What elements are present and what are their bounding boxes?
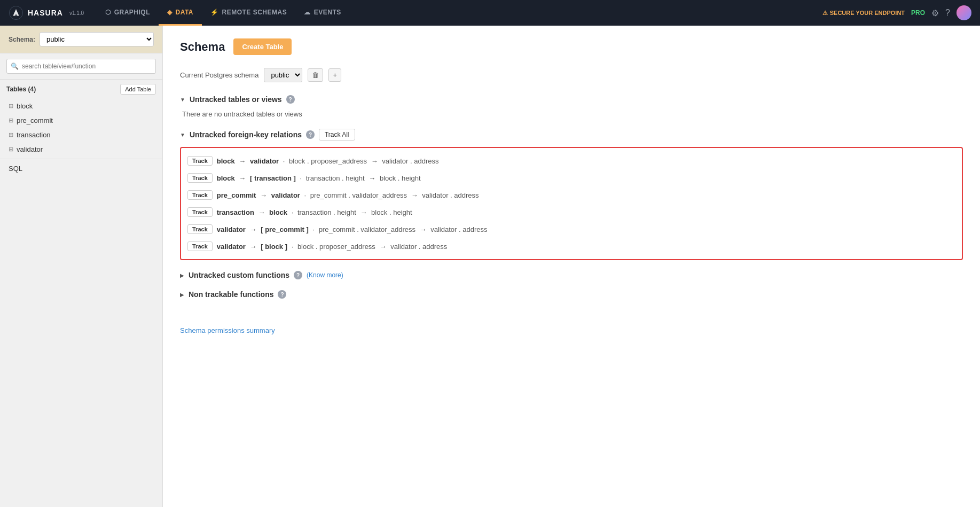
untracked-fk-header: Untracked foreign-key relations ? Track … (180, 129, 963, 141)
untracked-fk-help-icon[interactable]: ? (306, 130, 315, 139)
sidebar-item-pre-commit[interactable]: ⊞ pre_commit (0, 113, 162, 128)
sidebar-item-validator[interactable]: ⊞ validator (0, 142, 162, 157)
table-icon-block: ⊞ (9, 103, 13, 110)
fk-row-1: Track block → [ transaction ] · transact… (181, 169, 962, 186)
settings-button[interactable]: ⚙ (931, 8, 939, 18)
app-version: v1.1.0 (69, 10, 84, 16)
schema-select[interactable]: public (40, 32, 154, 46)
current-schema-row: Current Postgres schema public 🗑 + (180, 68, 963, 82)
add-schema-button[interactable]: + (328, 68, 341, 82)
sidebar-search-area: 🔍 (0, 53, 162, 80)
fk-row-5: Track validator → [ block ] · block . pr… (181, 238, 962, 255)
tables-header-row: Tables (4) Add Table (0, 80, 162, 99)
track-button-0[interactable]: Track (187, 156, 213, 166)
nav-remote-schemas[interactable]: ⚡ REMOTE SCHEMAS (202, 0, 295, 26)
untracked-tables-toggle-icon (180, 96, 185, 103)
page-header: Schema Create Table (180, 38, 963, 55)
non-trackable-help-icon[interactable]: ? (278, 290, 286, 299)
hasura-logo-icon (9, 5, 23, 20)
table-icon-validator: ⊞ (9, 146, 13, 153)
remote-schemas-icon: ⚡ (210, 9, 219, 16)
track-button-4[interactable]: Track (187, 224, 213, 234)
track-button-5[interactable]: Track (187, 241, 213, 251)
fk-desc-4: validator → [ pre_commit ] · pre_commit … (217, 225, 488, 233)
nav-graphiql[interactable]: ⬡ GRAPHIQL (97, 0, 159, 26)
nav-events[interactable]: ☁ EVENTS (295, 0, 350, 26)
untracked-tables-title: Untracked tables or views (190, 95, 282, 104)
search-icon: 🔍 (11, 63, 19, 70)
track-all-button[interactable]: Track All (319, 129, 355, 141)
untracked-functions-help-icon[interactable]: ? (294, 271, 302, 279)
add-table-button[interactable]: Add Table (120, 84, 156, 95)
untracked-functions-title: Untracked custom functions (189, 271, 289, 279)
sidebar-item-block[interactable]: ⊞ block (0, 99, 162, 113)
delete-schema-button[interactable]: 🗑 (308, 68, 323, 82)
search-wrap: 🔍 (6, 59, 156, 74)
non-trackable-section: Non trackable functions ? (180, 290, 963, 299)
untracked-tables-section: Untracked tables or views ? There are no… (180, 95, 963, 118)
fk-desc-2: pre_commit → validator · pre_commit . va… (217, 191, 479, 199)
untracked-tables-empty-msg: There are no untracked tables or views (182, 110, 963, 118)
non-trackable-header[interactable]: Non trackable functions ? (180, 290, 963, 299)
data-icon: ◈ (167, 9, 173, 16)
logo: HASURA v1.1.0 (9, 5, 84, 20)
tables-list: ⊞ block ⊞ pre_commit ⊞ transaction ⊞ val… (0, 99, 162, 157)
untracked-fk-title: Untracked foreign-key relations (190, 130, 302, 139)
create-table-button[interactable]: Create Table (233, 38, 292, 55)
events-icon: ☁ (304, 9, 311, 16)
fk-desc-1: block → [ transaction ] · transaction . … (217, 174, 421, 182)
nav-links: ⬡ GRAPHIQL ◈ DATA ⚡ REMOTE SCHEMAS ☁ EVE… (97, 0, 822, 26)
fk-desc-0: block → validator · block . proposer_add… (217, 157, 439, 165)
tables-count-label: Tables (4) (6, 85, 36, 93)
untracked-tables-help-icon[interactable]: ? (286, 95, 295, 104)
fk-desc-3: transaction → block · transaction . heig… (217, 208, 412, 216)
page-title: Schema (180, 40, 225, 54)
avatar[interactable] (957, 5, 971, 20)
sidebar: Schema: public 🔍 Tables (4) Add Table ⊞ … (0, 26, 163, 507)
fk-row-2: Track pre_commit → validator · pre_commi… (181, 186, 962, 204)
table-icon-transaction: ⊞ (9, 131, 13, 138)
secure-endpoint[interactable]: ⚠ SECURE YOUR ENDPOINT (822, 10, 905, 17)
table-icon-pre-commit: ⊞ (9, 117, 13, 124)
untracked-functions-header[interactable]: Untracked custom functions ? (Know more) (180, 271, 963, 279)
fk-row-3: Track transaction → block · transaction … (181, 204, 962, 221)
know-more-link[interactable]: (Know more) (307, 271, 343, 279)
untracked-functions-section: Untracked custom functions ? (Know more) (180, 271, 963, 279)
topnav-right: ⚠ SECURE YOUR ENDPOINT PRO ⚙ ? (822, 5, 971, 20)
graphiql-icon: ⬡ (105, 9, 111, 16)
untracked-tables-header[interactable]: Untracked tables or views ? (180, 95, 963, 104)
schema-label: Schema: (9, 36, 35, 43)
main-layout: Schema: public 🔍 Tables (4) Add Table ⊞ … (0, 26, 980, 507)
untracked-fk-section: Untracked foreign-key relations ? Track … (180, 129, 963, 260)
app-name: HASURA (28, 9, 63, 17)
non-trackable-title: Non trackable functions (189, 290, 273, 299)
main-content: Schema Create Table Current Postgres sch… (163, 26, 980, 507)
schema-selector-row: Schema: public (0, 26, 162, 53)
untracked-functions-toggle-icon (180, 271, 184, 279)
fk-relations-box: Track block → validator · block . propos… (180, 147, 963, 260)
track-button-3[interactable]: Track (187, 207, 213, 217)
sidebar-item-sql[interactable]: SQL (0, 159, 162, 178)
sidebar-item-transaction[interactable]: ⊞ transaction (0, 128, 162, 142)
fk-desc-5: validator → [ block ] · block . proposer… (217, 243, 448, 251)
help-button[interactable]: ? (945, 8, 950, 18)
warning-icon: ⚠ (822, 10, 828, 17)
schema-permissions-link[interactable]: Schema permissions summary (180, 326, 275, 334)
fk-row-4: Track validator → [ pre_commit ] · pre_c… (181, 221, 962, 238)
search-input[interactable] (6, 59, 156, 74)
non-trackable-toggle-icon (180, 291, 184, 298)
track-button-2[interactable]: Track (187, 190, 213, 200)
untracked-fk-toggle-icon (180, 131, 185, 138)
fk-row-0: Track block → validator · block . propos… (181, 152, 962, 169)
current-schema-label: Current Postgres schema (180, 71, 258, 79)
pro-badge: PRO (911, 9, 925, 17)
track-button-1[interactable]: Track (187, 173, 213, 183)
top-nav: HASURA v1.1.0 ⬡ GRAPHIQL ◈ DATA ⚡ REMOTE… (0, 0, 980, 26)
current-schema-select[interactable]: public (264, 68, 302, 82)
nav-data[interactable]: ◈ DATA (159, 0, 202, 26)
